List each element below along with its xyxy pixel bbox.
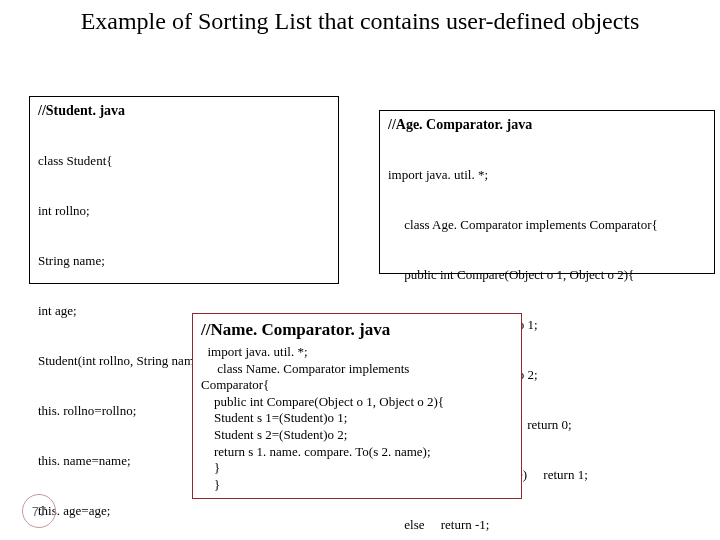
code-box-name-comparator: //Name. Comparator. java import java. ut… — [192, 313, 522, 499]
code-line: this. age=age; — [38, 503, 330, 520]
code-box-age-comparator: //Age. Comparator. java import java. uti… — [379, 110, 715, 274]
code-line: String name; — [38, 253, 330, 270]
code-line: import java. util. *; — [201, 344, 513, 361]
code-line: Student s 1=(Student)o 1; — [201, 410, 513, 427]
code-line: else return -1; — [388, 517, 706, 534]
slide-title: Example of Sorting List that contains us… — [0, 8, 720, 36]
code-line: Student s 2=(Student)o 2; — [201, 427, 513, 444]
code-line: int rollno; — [38, 203, 330, 220]
code-heading-name-comparator: //Name. Comparator. java — [201, 319, 513, 342]
code-line: class Student{ — [38, 153, 330, 170]
code-line: class Age. Comparator implements Compara… — [388, 217, 706, 234]
code-line: return s 1. name. compare. To(s 2. name)… — [201, 444, 513, 461]
code-line: } — [201, 477, 513, 494]
code-line: class Name. Comparator implements — [201, 361, 513, 378]
slide: Example of Sorting List that contains us… — [0, 0, 720, 540]
code-heading-student: //Student. java — [38, 102, 330, 120]
code-line: Comparator{ — [201, 377, 513, 394]
page-number: 77 — [22, 494, 56, 528]
code-body-name-comparator: import java. util. *; class Name. Compar… — [201, 344, 513, 494]
code-heading-age-comparator: //Age. Comparator. java — [388, 116, 706, 134]
code-box-student: //Student. java class Student{ int rolln… — [29, 96, 339, 284]
code-line: public int Compare(Object o 1, Object o … — [388, 267, 706, 284]
code-line: public int Compare(Object o 1, Object o … — [201, 394, 513, 411]
code-line: import java. util. *; — [388, 167, 706, 184]
code-line: } — [201, 460, 513, 477]
